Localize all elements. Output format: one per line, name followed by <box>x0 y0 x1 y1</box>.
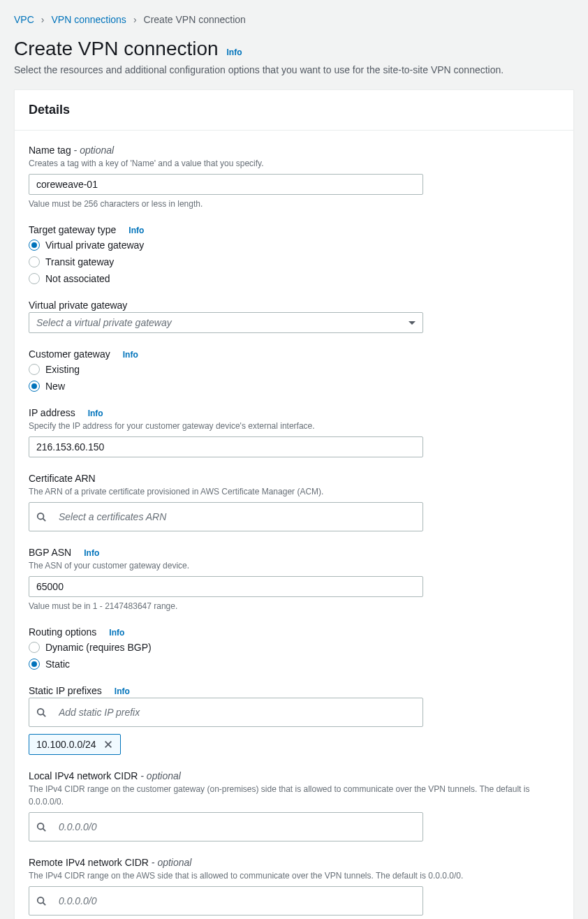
info-link-ip-address[interactable]: Info <box>88 409 103 418</box>
search-icon <box>36 707 46 717</box>
input-bgp-asn[interactable] <box>29 576 423 597</box>
field-customer-gateway: Customer gateway Info Existing New <box>29 348 559 392</box>
select-placeholder: Select a virtual private gateway <box>36 317 172 328</box>
svg-point-2 <box>38 709 44 715</box>
desc-remote-cidr: The IPv4 CIDR range on the AWS side that… <box>29 869 559 882</box>
label-ip-address: IP address <box>29 407 75 418</box>
input-local-cidr[interactable] <box>52 817 416 837</box>
input-wrapper-remote-cidr[interactable] <box>29 886 423 916</box>
label-routing-options: Routing options <box>29 626 96 638</box>
field-name-tag: Name tag - optional Creates a tag with a… <box>29 145 559 209</box>
breadcrumb-current: Create VPN connection <box>144 14 246 25</box>
svg-line-9 <box>43 903 46 906</box>
radio-group-target-gateway: Virtual private gateway Transit gateway … <box>29 240 559 284</box>
input-certificate-arn[interactable] <box>52 507 416 527</box>
input-ip-address[interactable] <box>29 436 423 457</box>
panel-body: Name tag - optional Creates a tag with a… <box>15 131 573 919</box>
svg-point-6 <box>38 823 44 830</box>
field-ip-address: IP address Info Specify the IP address f… <box>29 407 559 457</box>
field-remote-cidr: Remote IPv4 network CIDR - optional The … <box>29 857 559 916</box>
info-link-bgp-asn[interactable]: Info <box>84 548 99 558</box>
label-static-prefixes: Static IP prefixes <box>29 685 102 696</box>
radio-icon <box>29 659 40 670</box>
page-title: Create VPN connection <box>14 38 219 59</box>
svg-point-0 <box>38 513 44 520</box>
desc-certificate-arn: The ARN of a private certificate provisi… <box>29 485 559 498</box>
field-static-prefixes: Static IP prefixes Info 10.100.0.0/24 <box>29 685 559 755</box>
input-wrapper-static-prefixes[interactable] <box>29 698 423 727</box>
info-link-customer-gateway[interactable]: Info <box>123 350 138 360</box>
label-vpg: Virtual private gateway <box>29 300 127 311</box>
radio-group-routing-options: Dynamic (requires BGP) Static <box>29 642 559 670</box>
info-link-target-gateway[interactable]: Info <box>128 226 144 235</box>
radio-static[interactable]: Static <box>29 659 559 670</box>
desc-name-tag: Creates a tag with a key of 'Name' and a… <box>29 157 559 170</box>
field-local-cidr: Local IPv4 network CIDR - optional The I… <box>29 770 559 841</box>
chevron-right-icon: › <box>41 14 45 25</box>
chevron-right-icon: › <box>133 14 137 25</box>
panel-header: Details <box>15 90 573 131</box>
field-bgp-asn: BGP ASN Info The ASN of your customer ga… <box>29 547 559 611</box>
search-icon <box>36 512 46 522</box>
token-remove-button[interactable] <box>103 740 113 749</box>
close-icon <box>103 740 113 749</box>
radio-icon <box>29 273 40 284</box>
svg-line-7 <box>43 829 46 832</box>
radio-icon <box>29 240 40 251</box>
radio-not-associated[interactable]: Not associated <box>29 273 559 284</box>
label-remote-cidr: Remote IPv4 network CIDR - optional <box>29 857 191 868</box>
select-vpg[interactable]: Select a virtual private gateway <box>29 312 423 333</box>
token-static-prefix: 10.100.0.0/24 <box>29 734 121 755</box>
panel-title: Details <box>29 103 559 117</box>
input-remote-cidr[interactable] <box>52 891 416 911</box>
radio-existing[interactable]: Existing <box>29 364 559 375</box>
label-customer-gateway: Customer gateway <box>29 348 110 360</box>
desc-local-cidr: The IPv4 CIDR range on the customer gate… <box>29 783 559 808</box>
desc-bgp-asn: The ASN of your customer gateway device. <box>29 559 559 572</box>
details-panel: Details Name tag - optional Creates a ta… <box>14 89 574 919</box>
select-certificate-arn[interactable] <box>29 502 423 531</box>
breadcrumb: VPC › VPN connections › Create VPN conne… <box>14 14 574 25</box>
search-icon <box>36 896 46 906</box>
svg-line-1 <box>43 519 46 522</box>
info-link-routing-options[interactable]: Info <box>109 628 124 638</box>
breadcrumb-link-vpc[interactable]: VPC <box>14 14 34 25</box>
field-vpg: Virtual private gateway Select a virtual… <box>29 300 559 333</box>
label-local-cidr: Local IPv4 network CIDR - optional <box>29 770 181 781</box>
field-certificate-arn: Certificate ARN The ARN of a private cer… <box>29 473 559 531</box>
token-label: 10.100.0.0/24 <box>36 739 96 750</box>
breadcrumb-link-vpn-connections[interactable]: VPN connections <box>51 14 126 25</box>
input-wrapper-local-cidr[interactable] <box>29 812 423 841</box>
radio-icon <box>29 642 40 653</box>
search-icon <box>36 822 46 832</box>
page-header: Create VPN connection Info Select the re… <box>14 38 574 75</box>
label-bgp-asn: BGP ASN <box>29 547 71 558</box>
radio-transit-gateway[interactable]: Transit gateway <box>29 256 559 267</box>
radio-new[interactable]: New <box>29 381 559 392</box>
radio-virtual-private-gateway[interactable]: Virtual private gateway <box>29 240 559 251</box>
field-target-gateway-type: Target gateway type Info Virtual private… <box>29 224 559 284</box>
input-name-tag[interactable] <box>29 174 423 195</box>
svg-point-8 <box>38 897 44 904</box>
chevron-down-icon <box>409 321 416 325</box>
page-subtitle: Select the resources and additional conf… <box>14 64 574 75</box>
input-static-prefixes[interactable] <box>52 703 416 722</box>
label-target-gateway-type: Target gateway type <box>29 224 116 235</box>
radio-group-customer-gateway: Existing New <box>29 364 559 392</box>
field-routing-options: Routing options Info Dynamic (requires B… <box>29 626 559 670</box>
radio-icon <box>29 256 40 267</box>
info-link-header[interactable]: Info <box>227 47 242 57</box>
svg-line-3 <box>43 714 46 717</box>
label-name-tag: Name tag - optional <box>29 145 114 156</box>
info-link-static-prefixes[interactable]: Info <box>115 686 130 696</box>
label-certificate-arn: Certificate ARN <box>29 473 96 484</box>
radio-icon <box>29 381 40 392</box>
hint-name-tag: Value must be 256 characters or less in … <box>29 199 559 209</box>
radio-dynamic[interactable]: Dynamic (requires BGP) <box>29 642 559 653</box>
radio-icon <box>29 364 40 375</box>
hint-bgp-asn: Value must be in 1 - 2147483647 range. <box>29 601 559 611</box>
desc-ip-address: Specify the IP address for your customer… <box>29 420 559 432</box>
